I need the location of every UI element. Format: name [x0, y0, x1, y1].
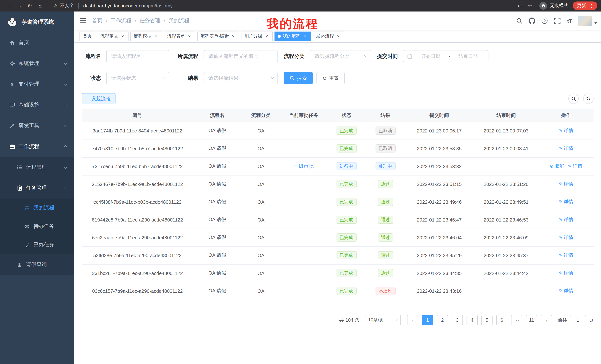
sidebar-item-devtools[interactable]: 研发工具	[0, 115, 74, 136]
address-bar[interactable]: dashboard.yudao.iocoder.cn/bpm/task/my	[83, 3, 172, 9]
cell-submit-time: 2022-01-22 23:51:15	[405, 175, 474, 193]
cell-name: OA 请假	[193, 246, 241, 264]
home-icon[interactable]: ⌂	[35, 1, 45, 10]
goto-page-input[interactable]	[570, 315, 586, 325]
sidebar-item-process-management[interactable]: 流程管理	[0, 157, 74, 178]
help-icon[interactable]: ?	[538, 11, 551, 30]
page-3[interactable]: 3	[452, 315, 463, 325]
status-badge: 已完成	[336, 216, 356, 224]
close-icon[interactable]: ×	[120, 34, 125, 39]
tab-label: 用户分组	[244, 33, 262, 39]
cell-end-time: 2022-01-22 23:46:53	[474, 211, 539, 229]
password-key-icon[interactable]	[516, 3, 525, 9]
table-row: 03c6c157-7b9a-11ec-a290-acde48001122 OA …	[82, 282, 594, 300]
more-pages-button[interactable]: ···	[511, 315, 522, 325]
logo[interactable]: 芋道管理系统	[0, 11, 74, 32]
cell-category: OA	[241, 246, 280, 264]
tab-home[interactable]: 首页	[80, 31, 95, 41]
fullscreen-icon[interactable]	[551, 11, 563, 30]
category-select[interactable]: 请选择流程分类	[310, 50, 371, 62]
github-icon[interactable]	[526, 11, 538, 30]
browser-menu-icon[interactable]: ⋮	[588, 3, 595, 9]
incognito-chip[interactable]: 无痕模式	[539, 2, 568, 10]
sidebar-item-workflow[interactable]: 工作流程	[0, 136, 74, 157]
sidebar-item-todo-tasks[interactable]: 待办任务	[0, 217, 74, 236]
sidebar-item-infrastructure[interactable]: 基础设施	[0, 95, 74, 115]
tab-user-group[interactable]: 用户分组 ×	[241, 31, 273, 41]
field-label: 所属流程	[175, 53, 198, 59]
next-page-button[interactable]: ›	[541, 315, 552, 325]
detail-link[interactable]: ✎详情	[559, 270, 573, 277]
page-4[interactable]: 4	[467, 315, 478, 325]
status-badge: 已完成	[336, 269, 356, 277]
page-1[interactable]: 1	[422, 315, 433, 325]
result-select[interactable]: 请选择流结果	[204, 72, 278, 84]
date-range-picker[interactable]: 开始日期 - 结束日期	[403, 50, 489, 62]
page-size-select[interactable]: 10条/页	[365, 315, 401, 325]
tab-start-process[interactable]: 发起流程 ×	[313, 31, 344, 41]
detail-link[interactable]: ✎详情	[568, 163, 582, 170]
prev-page-button[interactable]: ‹	[407, 315, 418, 325]
sidebar-item-system[interactable]: 系统管理	[0, 53, 74, 74]
breadcrumb-workflow[interactable]: 工作流程	[111, 18, 131, 24]
toggle-search-button[interactable]	[568, 94, 579, 104]
detail-link[interactable]: ✎详情	[559, 252, 573, 259]
reload-icon[interactable]: ↻	[25, 1, 35, 10]
page-5[interactable]: 5	[481, 315, 492, 325]
edit-icon: ✎	[559, 217, 562, 222]
sidebar-item-my-process[interactable]: 我的流程	[0, 199, 74, 217]
font-size-icon[interactable]: tT	[563, 11, 576, 30]
cell-status: 已完成	[327, 122, 366, 140]
search-icon[interactable]	[513, 11, 526, 30]
detail-link[interactable]: ✎详情	[559, 199, 573, 205]
reset-button[interactable]: ↻ 重置	[316, 72, 345, 84]
sidebar-item-leave-query[interactable]: 请假查询	[0, 254, 74, 275]
sidebar-item-task-management[interactable]: 任务管理	[0, 178, 74, 199]
detail-link[interactable]: ✎详情	[559, 127, 573, 134]
cancel-link[interactable]: ⊘取消	[550, 163, 564, 170]
filter-category: 流程分类 请选择流程分类	[284, 50, 371, 62]
security-indicator[interactable]: ⚠ 不安全	[53, 3, 74, 9]
detail-link[interactable]: ✎详情	[559, 216, 573, 223]
tab-process-form[interactable]: 流程表单 ×	[164, 31, 195, 41]
search-button[interactable]: 搜索	[284, 72, 313, 84]
breadcrumb-task-management[interactable]: 任务管理	[140, 18, 160, 24]
close-icon[interactable]: ×	[264, 34, 269, 39]
tab-process-form-edit[interactable]: 流程表单-编辑 ×	[197, 31, 239, 41]
page-2[interactable]: 2	[437, 315, 448, 325]
incognito-label: 无痕模式	[550, 3, 568, 9]
detail-link[interactable]: ✎详情	[559, 145, 573, 152]
forward-icon[interactable]: →	[14, 1, 25, 10]
tab-my-process[interactable]: 我的流程 ×	[274, 31, 311, 41]
page-11[interactable]: 11	[526, 315, 537, 325]
close-icon[interactable]: ×	[153, 34, 159, 39]
task-link[interactable]: 一级审批	[294, 163, 314, 169]
sidebar-item-home[interactable]: 首页	[0, 32, 74, 53]
tab-process-definition[interactable]: 流程定义 ×	[97, 31, 129, 41]
sidebar-toggle-icon[interactable]	[74, 18, 92, 24]
update-button[interactable]: 更新 ⋮	[573, 1, 597, 10]
status-badge: 已完成	[336, 251, 356, 259]
back-icon[interactable]: ←	[4, 1, 14, 10]
detail-link[interactable]: ✎详情	[559, 181, 573, 187]
briefcase-icon	[9, 144, 15, 150]
close-icon[interactable]: ×	[231, 34, 236, 39]
tab-process-model[interactable]: 流程模型 ×	[130, 31, 162, 41]
select-placeholder: 请选择流结果	[208, 75, 239, 81]
process-definition-input[interactable]	[204, 50, 278, 62]
user-menu[interactable]	[578, 15, 597, 26]
start-process-button[interactable]: + 发起流程	[82, 93, 115, 104]
process-name-input[interactable]	[106, 50, 169, 62]
sidebar-item-done-tasks[interactable]: 已办任务	[0, 236, 74, 254]
sidebar-item-payment[interactable]: ¥ 支付管理	[0, 74, 74, 95]
page-6[interactable]: 6	[496, 315, 507, 325]
refresh-button[interactable]: ↻	[583, 94, 594, 104]
close-icon[interactable]: ×	[302, 34, 308, 39]
breadcrumb-home[interactable]: 首页	[92, 18, 102, 24]
detail-link[interactable]: ✎详情	[559, 234, 573, 241]
close-icon[interactable]: ×	[336, 34, 341, 39]
status-select[interactable]: 请选择状态	[106, 72, 169, 84]
bookmark-star-icon[interactable]: ☆	[525, 2, 535, 9]
close-icon[interactable]: ×	[187, 34, 192, 39]
detail-link[interactable]: ✎详情	[559, 287, 573, 294]
